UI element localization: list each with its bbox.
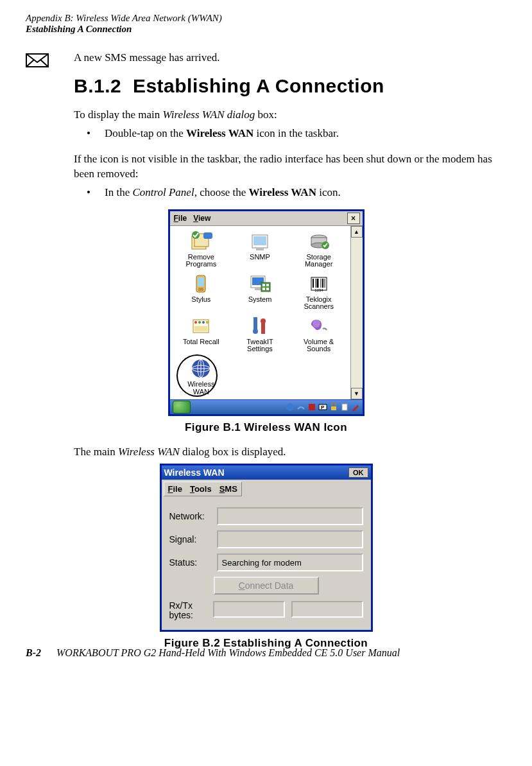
svg-point-3 [192,231,200,239]
label-network: Network: [169,511,217,521]
cp-menu-view[interactable]: View [192,214,216,223]
tray-lock-icon[interactable] [329,403,338,412]
field-signal [217,530,363,548]
svg-rect-48 [309,404,315,410]
svg-point-32 [194,321,197,324]
svg-point-34 [202,321,205,324]
para-1: To display the main Wireless WAN dialog … [74,108,506,123]
page-footer: B-2 WORKABOUT PRO G2 Hand-Held With Wind… [26,647,400,659]
header-appendix: Appendix B: Wireless Wide Area Network (… [26,13,506,24]
para-2: If the icon is not visible in the taskba… [74,152,506,182]
svg-rect-22 [266,288,269,290]
svg-point-33 [198,321,201,324]
cp-item-storage-manager[interactable]: Storage Manager [290,230,348,268]
connect-data-button[interactable]: Connect Data [214,577,319,595]
cp-menu-file[interactable]: File [173,214,193,223]
tray-doc-icon[interactable] [340,403,349,412]
svg-text:P: P [321,405,325,410]
sms-envelope-icon [26,51,51,70]
svg-rect-7 [256,248,264,250]
figure-1-caption: Figure B.1 Wireless WAN Icon [26,421,506,434]
para-3: The main Wireless WAN dialog box is disp… [74,445,506,460]
scroll-up-icon[interactable]: ▲ [351,226,363,238]
cp-item-tweakit-settings[interactable]: TweakIT Settings [231,315,289,353]
wwan-titlebar: Wireless WAN OK [162,466,371,480]
header-section: Establishing A Connection [26,24,506,35]
control-panel-screenshot: File View × Remove Programs SNMP Storage… [168,209,365,416]
svg-point-47 [286,403,294,411]
field-status: Searching for modem [217,553,363,571]
field-network [217,507,363,525]
ok-button[interactable]: OK [348,467,368,478]
bullet-1: • Double-tap on the Wireless WAN icon in… [87,126,506,141]
cp-item-stylus[interactable]: Stylus [173,272,230,311]
label-signal: Signal: [169,534,217,544]
section-heading: B.1.2 Establishing A Connection [74,75,506,97]
svg-rect-20 [266,284,269,286]
cp-item-wireless-wan[interactable]: Wireless WAN [173,357,230,396]
svg-rect-13 [198,277,204,286]
wwan-dialog-screenshot: Wireless WAN OK File Tools SMS Network: … [160,464,373,632]
label-rxtx: Rx/Tx bytes: [169,601,208,621]
cp-item-snmp[interactable]: SNMP [231,230,289,268]
svg-rect-19 [262,284,265,286]
svg-rect-52 [342,404,347,410]
svg-point-41 [313,320,320,327]
scroll-down-icon[interactable]: ▼ [351,388,363,399]
scrollbar[interactable]: ▲ ▼ [350,226,363,399]
svg-rect-36 [194,326,207,331]
close-icon[interactable]: × [347,213,360,224]
sms-text: A new SMS message has arrived. [74,51,506,65]
svg-rect-37 [253,317,257,330]
tray-pen-icon[interactable] [351,403,360,412]
svg-rect-17 [255,288,261,290]
cp-item-total-recall[interactable]: Total Recall [173,315,230,353]
svg-rect-4 [203,232,212,239]
bullet-2: • In the Control Panel, choose the Wirel… [87,186,506,200]
svg-rect-14 [198,288,203,291]
label-status: Status: [169,557,217,568]
tray-alert-icon[interactable] [307,403,316,412]
start-button-icon[interactable] [173,401,191,413]
field-tx [291,601,363,618]
wwan-menu-tools[interactable]: Tools [190,484,212,494]
field-rx [213,601,285,618]
tray-globe-icon[interactable] [286,403,295,412]
svg-point-40 [261,318,266,324]
svg-rect-51 [331,406,336,410]
svg-rect-21 [262,288,265,290]
cp-item-system[interactable]: System [231,272,289,311]
cp-item-teklogix-scanners[interactable]: 1234 Teklogix Scanners [290,272,348,311]
svg-point-38 [253,329,258,334]
svg-rect-6 [253,236,266,245]
tray-wifi-icon[interactable] [296,403,305,412]
cp-item-volume-sounds[interactable]: Volume & Sounds [290,315,348,353]
taskbar: P [170,399,363,414]
tray-card-icon[interactable]: P [318,403,327,412]
svg-text:1234: 1234 [314,288,323,292]
wwan-menu-file[interactable]: File [168,484,182,494]
svg-point-35 [206,321,209,324]
cp-item-remove-programs[interactable]: Remove Programs [173,230,230,268]
svg-rect-39 [261,322,265,334]
wwan-menu-sms[interactable]: SMS [219,484,237,494]
